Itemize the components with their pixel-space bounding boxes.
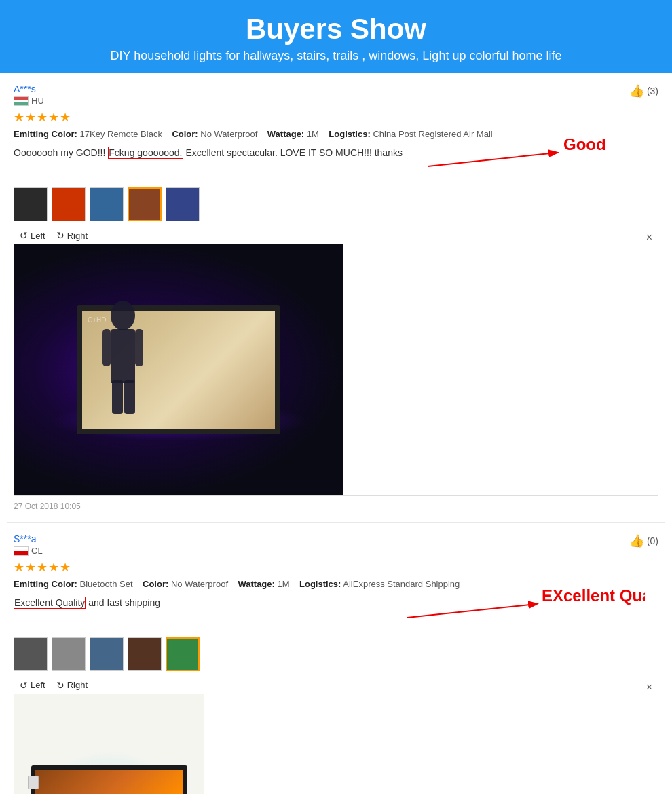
right-label: Right bbox=[67, 231, 88, 241]
review-meta: Emitting Color: Bluetooth Set Color: No … bbox=[14, 578, 658, 592]
thumbnail[interactable] bbox=[128, 637, 162, 671]
thumbs-up-icon: 👍 bbox=[629, 83, 644, 98]
thumbnail[interactable] bbox=[14, 187, 48, 221]
thumbnail[interactable] bbox=[90, 187, 124, 221]
logistics-value: China Post Registered Air Mail bbox=[373, 129, 492, 139]
wall-socket bbox=[28, 776, 39, 789]
logistics-label: Logistics: bbox=[299, 579, 341, 589]
left-label: Left bbox=[31, 231, 45, 241]
logistics-label: Logistics: bbox=[329, 129, 370, 139]
left-label: Left bbox=[31, 680, 45, 690]
review-text-block: Excellent Quality and fast shipping EXce… bbox=[14, 596, 658, 610]
reviewer-country: HU bbox=[14, 96, 44, 106]
review-text-block: Oooooooh my GOD!!! Fckng gooooood. Excel… bbox=[14, 146, 658, 160]
flag-icon bbox=[14, 546, 29, 556]
like-count: (0) bbox=[647, 535, 658, 546]
wattage-value: 1M bbox=[307, 129, 319, 139]
rotate-left-icon: ↺ bbox=[20, 680, 28, 691]
page-header: Buyers Show DIY household lights for hal… bbox=[0, 0, 672, 73]
rotate-left-button[interactable]: ↺ Left bbox=[20, 230, 45, 241]
star-rating: ★★★★★ bbox=[14, 560, 658, 575]
tv-frame-2 bbox=[31, 765, 187, 794]
rotate-right-button[interactable]: ↻ Right bbox=[56, 680, 88, 691]
reviewer-name: A***s bbox=[14, 83, 44, 94]
page-title: Buyers Show bbox=[14, 12, 658, 46]
reviewer-left: S***a CL bbox=[14, 533, 43, 556]
review-text: Oooooooh my GOD!!! Fckng gooooood. Excel… bbox=[14, 146, 658, 160]
thumbnail-strip bbox=[14, 637, 658, 671]
wattage-label: Wattage: bbox=[267, 129, 304, 139]
country-code: CL bbox=[31, 546, 43, 556]
svg-rect-7 bbox=[124, 380, 135, 414]
review-meta: Emitting Color: 17Key Remote Black Color… bbox=[14, 128, 658, 142]
rotate-right-button[interactable]: ↻ Right bbox=[56, 230, 88, 241]
logistics-value: AliExpress Standard Shipping bbox=[343, 579, 460, 589]
main-image: C+HD bbox=[14, 244, 343, 495]
rotate-left-button[interactable]: ↺ Left bbox=[20, 680, 45, 691]
svg-rect-6 bbox=[112, 380, 123, 414]
like-count: (3) bbox=[647, 86, 658, 96]
emitting-color-label: Emitting Color: bbox=[14, 129, 77, 139]
review-text-after: Excellent spectacular. LOVE IT SO MUCH!!… bbox=[183, 147, 403, 158]
image-viewer: ↺ Left ↻ Right × C+HD bbox=[14, 227, 658, 496]
tv-screen-2 bbox=[35, 770, 183, 794]
rotate-left-icon: ↺ bbox=[20, 230, 28, 241]
person-silhouette bbox=[96, 299, 150, 421]
emitting-color-value: 17Key Remote Black bbox=[80, 129, 162, 139]
svg-rect-3 bbox=[111, 329, 135, 383]
thumbs-up-icon: 👍 bbox=[629, 533, 644, 548]
reviewer-name: S***a bbox=[14, 533, 43, 544]
review-text: Excellent Quality and fast shipping bbox=[14, 596, 658, 610]
review-text-highlighted: Excellent Quality bbox=[14, 597, 86, 609]
color-value: No Waterproof bbox=[200, 129, 257, 139]
like-button[interactable]: 👍 (0) bbox=[629, 533, 658, 548]
reviewer-left: A***s HU bbox=[14, 83, 44, 106]
review-header: S***a CL 👍 (0) bbox=[14, 533, 658, 556]
viewer-close-button[interactable]: × bbox=[646, 681, 652, 694]
thumbnail[interactable] bbox=[52, 187, 86, 221]
flag-icon bbox=[14, 96, 29, 106]
color-value: No Waterproof bbox=[171, 579, 228, 589]
review-text-before: Oooooooh my GOD!!! bbox=[14, 147, 108, 158]
thumbnail[interactable] bbox=[14, 637, 48, 671]
viewer-close-button[interactable]: × bbox=[646, 231, 652, 244]
review-text-highlighted: Fckng gooooood. bbox=[108, 147, 183, 159]
svg-rect-5 bbox=[135, 329, 143, 366]
image-viewer: ↺ Left ↻ Right × bbox=[14, 677, 658, 794]
review-item: S***a CL 👍 (0) ★★★★★ Emitting Color: Blu… bbox=[7, 523, 665, 794]
emitting-color-value: Bluetooth Set bbox=[80, 579, 133, 589]
thumbnail-strip bbox=[14, 187, 658, 221]
wattage-label: Wattage: bbox=[238, 579, 274, 589]
wattage-value: 1M bbox=[277, 579, 289, 589]
right-label: Right bbox=[67, 680, 88, 690]
rotate-right-icon: ↻ bbox=[56, 680, 64, 691]
country-code: HU bbox=[31, 96, 44, 106]
color-label: Color: bbox=[143, 579, 168, 589]
reviews-container: A***s HU 👍 (3) ★★★★★ Emitting Color: 17K… bbox=[0, 73, 672, 794]
review-date: 27 Oct 2018 10:05 bbox=[14, 502, 658, 511]
review-header: A***s HU 👍 (3) bbox=[14, 83, 658, 106]
color-label: Color: bbox=[172, 129, 198, 139]
reviewer-country: CL bbox=[14, 546, 43, 556]
like-button[interactable]: 👍 (3) bbox=[629, 83, 658, 98]
page-subtitle: DIY household lights for hallways, stair… bbox=[14, 49, 658, 63]
svg-point-2 bbox=[111, 301, 135, 330]
tv-scene-2 bbox=[14, 694, 204, 794]
thumbnail-active[interactable] bbox=[166, 637, 200, 671]
thumbnail-active[interactable] bbox=[128, 187, 162, 221]
review-text-after: and fast shipping bbox=[86, 597, 160, 608]
tv-assembly bbox=[31, 738, 187, 794]
main-image-2 bbox=[14, 694, 204, 794]
svg-rect-4 bbox=[102, 329, 111, 366]
thumbnail[interactable] bbox=[166, 187, 200, 221]
review-item: A***s HU 👍 (3) ★★★★★ Emitting Color: 17K… bbox=[7, 73, 665, 523]
star-rating: ★★★★★ bbox=[14, 110, 658, 125]
tv-scene: C+HD bbox=[14, 244, 343, 495]
thumbnail[interactable] bbox=[90, 637, 124, 671]
emitting-color-label: Emitting Color: bbox=[14, 579, 77, 589]
thumbnail[interactable] bbox=[52, 637, 86, 671]
viewer-controls: ↺ Left ↻ Right × bbox=[14, 227, 658, 244]
viewer-controls: ↺ Left ↻ Right × bbox=[14, 677, 658, 694]
rotate-right-icon: ↻ bbox=[56, 230, 64, 241]
